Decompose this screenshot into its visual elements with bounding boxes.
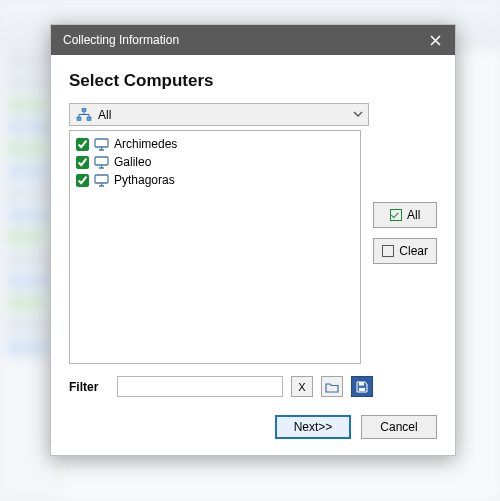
monitor-icon — [94, 156, 109, 169]
svg-rect-3 — [95, 139, 108, 147]
list-item[interactable]: Pythagoras — [76, 171, 354, 189]
button-label: Cancel — [380, 420, 417, 434]
svg-rect-7 — [359, 388, 365, 391]
filter-row: Filter X — [69, 376, 437, 397]
monitor-icon — [94, 174, 109, 187]
selection-buttons: All Clear — [373, 202, 437, 264]
filter-label: Filter — [69, 380, 109, 394]
dialog-select-computers: Collecting Information Select Computers … — [50, 24, 456, 456]
chevron-down-icon — [352, 108, 364, 123]
svg-rect-1 — [77, 117, 81, 121]
checkbox[interactable] — [76, 174, 89, 187]
close-icon — [430, 35, 441, 46]
svg-rect-4 — [95, 157, 108, 165]
network-icon — [76, 108, 92, 122]
list-item-label: Archimedes — [114, 137, 177, 151]
list-item[interactable]: Archimedes — [76, 135, 354, 153]
monitor-icon — [94, 138, 109, 151]
window-title: Collecting Information — [63, 33, 423, 47]
list-item-label: Pythagoras — [114, 173, 175, 187]
checkbox[interactable] — [76, 156, 89, 169]
page-title: Select Computers — [69, 71, 437, 91]
filter-input[interactable] — [117, 376, 283, 397]
button-label: Clear — [399, 244, 428, 258]
x-icon: X — [298, 381, 305, 393]
empty-checkbox-icon — [382, 245, 394, 257]
select-all-button[interactable]: All — [373, 202, 437, 228]
button-label: Next>> — [294, 420, 333, 434]
close-button[interactable] — [423, 28, 447, 52]
list-item-label: Galileo — [114, 155, 151, 169]
open-filter-button[interactable] — [321, 376, 343, 397]
save-filter-button[interactable] — [351, 376, 373, 397]
save-icon — [355, 380, 369, 394]
svg-rect-2 — [87, 117, 91, 121]
button-label: All — [407, 208, 420, 222]
folder-icon — [325, 380, 339, 394]
list-item[interactable]: Galileo — [76, 153, 354, 171]
check-icon — [390, 209, 402, 221]
dialog-footer: Next>> Cancel — [69, 415, 437, 439]
next-button[interactable]: Next>> — [275, 415, 351, 439]
group-dropdown[interactable]: All — [69, 103, 369, 126]
dropdown-selected: All — [98, 108, 111, 122]
titlebar: Collecting Information — [51, 25, 455, 55]
svg-rect-5 — [95, 175, 108, 183]
cancel-button[interactable]: Cancel — [361, 415, 437, 439]
dialog-content: Select Computers All — [51, 55, 455, 455]
filter-clear-button[interactable]: X — [291, 376, 313, 397]
clear-button[interactable]: Clear — [373, 238, 437, 264]
svg-rect-6 — [359, 382, 364, 386]
checkbox[interactable] — [76, 138, 89, 151]
computer-list[interactable]: Archimedes Galileo Pythagoras — [69, 130, 361, 364]
svg-rect-0 — [82, 108, 86, 112]
